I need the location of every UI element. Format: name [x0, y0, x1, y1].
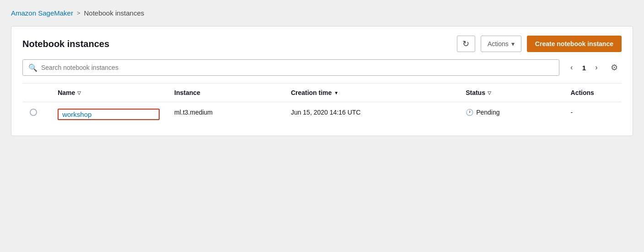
search-box: 🔍 [22, 59, 559, 76]
row-radio[interactable] [30, 109, 37, 116]
row-actions: - [564, 102, 622, 127]
refresh-button[interactable]: ↻ [457, 36, 475, 52]
creation-time: Jun 15, 2020 14:16 UTC [284, 102, 458, 127]
breadcrumb-current-page: Notebook instances [84, 9, 145, 17]
search-row: 🔍 ‹ 1 › ⚙ [22, 59, 622, 76]
col-instance-label: Instance [174, 89, 200, 96]
next-page-button[interactable]: › [590, 61, 603, 74]
actions-label: Actions [488, 40, 509, 47]
name-sort-icon: ▽ [77, 90, 81, 95]
table-body: workshopml.t3.mediumJun 15, 2020 14:16 U… [22, 102, 622, 127]
col-status-header[interactable]: Status ▽ [458, 84, 563, 102]
notebook-instances-card: Notebook instances ↻ Actions ▾ Create no… [11, 26, 633, 136]
card-title: Notebook instances [22, 39, 451, 49]
create-notebook-button[interactable]: Create notebook instance [527, 36, 622, 52]
notebook-name-link[interactable]: workshop [62, 110, 91, 118]
col-actions-label: Actions [571, 89, 594, 96]
search-icon: 🔍 [28, 63, 38, 72]
prev-page-button[interactable]: ‹ [565, 61, 579, 74]
breadcrumb-separator: > [77, 10, 80, 16]
breadcrumb-sagemaker-link[interactable]: Amazon SageMaker [11, 9, 73, 17]
card-header: Notebook instances ↻ Actions ▾ Create no… [22, 36, 622, 52]
pagination: ‹ 1 › ⚙ [565, 60, 622, 75]
breadcrumb: Amazon SageMaker > Notebook instances [11, 9, 633, 17]
table-row: workshopml.t3.mediumJun 15, 2020 14:16 U… [22, 102, 622, 127]
instance-type: ml.t3.medium [167, 102, 284, 127]
refresh-icon: ↻ [462, 39, 469, 49]
table: Name ▽ Instance Creation time ▼ [22, 84, 622, 126]
next-page-icon: › [595, 63, 597, 72]
actions-arrow-icon: ▾ [511, 40, 515, 47]
status-sort-icon: ▽ [488, 90, 491, 95]
notebook-instances-table: Name ▽ Instance Creation time ▼ [22, 83, 622, 126]
create-label: Create notebook instance [535, 40, 613, 47]
col-actions-header: Actions [564, 84, 622, 102]
col-creation-header[interactable]: Creation time ▼ [284, 84, 458, 102]
actions-button[interactable]: Actions ▾ [481, 36, 521, 52]
table-header-row: Name ▽ Instance Creation time ▼ [22, 84, 622, 102]
settings-icon[interactable]: ⚙ [607, 60, 622, 75]
creation-sort-icon: ▼ [334, 90, 338, 95]
col-checkbox [22, 84, 50, 102]
col-name-label: Name [58, 89, 75, 96]
col-name-header[interactable]: Name ▽ [50, 84, 167, 102]
col-instance-header[interactable]: Instance [167, 84, 284, 102]
prev-page-icon: ‹ [570, 63, 573, 72]
col-status-label: Status [466, 89, 485, 96]
pending-icon: 🕐 [466, 109, 473, 116]
page-number: 1 [582, 64, 586, 72]
search-input[interactable] [41, 64, 553, 71]
table-header: Name ▽ Instance Creation time ▼ [22, 84, 622, 102]
status-text: Pending [476, 109, 499, 116]
col-creation-label: Creation time [291, 89, 332, 96]
